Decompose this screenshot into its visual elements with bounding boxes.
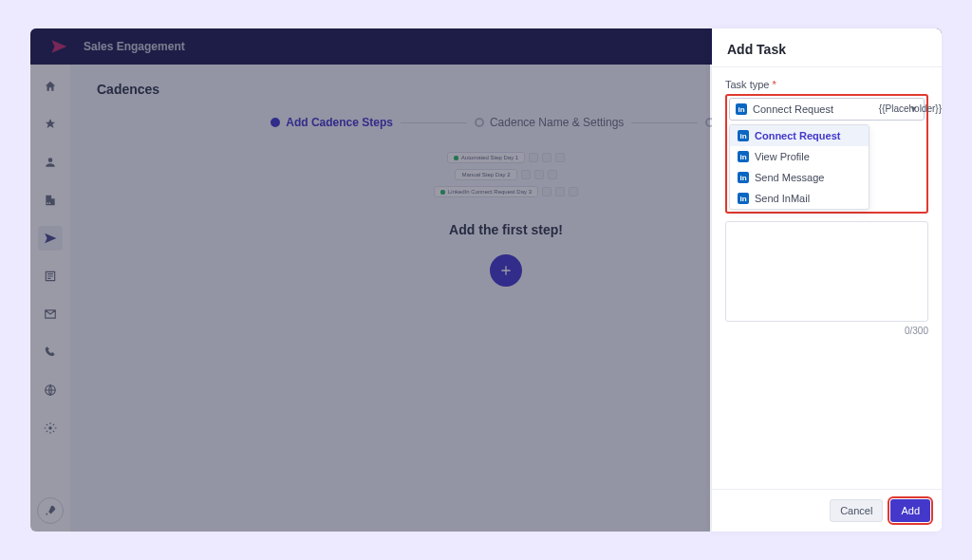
drawer-body: Task type * in Connect Request ▼ in Conn… <box>712 67 942 489</box>
step-label: Add Cadence Steps <box>286 116 393 129</box>
stepper-step-2[interactable]: Cadence Name & Settings <box>475 116 624 129</box>
linkedin-icon: in <box>738 130 749 141</box>
task-type-label: Task type * <box>725 79 928 90</box>
stepper-line <box>631 122 698 123</box>
nav-leads-icon[interactable] <box>38 112 63 137</box>
nav-tasks-icon[interactable] <box>38 264 63 289</box>
stepper-step-1[interactable]: Add Cadence Steps <box>271 116 393 129</box>
placeholder-token[interactable]: {{Placeholder}} <box>879 103 942 114</box>
svg-point-1 <box>48 426 52 430</box>
nav-company-icon[interactable] <box>38 188 63 213</box>
linkedin-icon: in <box>738 172 749 183</box>
sidebar <box>30 65 70 532</box>
task-type-dropdown: in Connect Request in View Profile in Se… <box>729 124 869 210</box>
preview-row: Automated Step Day 1 <box>447 152 565 163</box>
stepper-line <box>401 122 467 123</box>
preview-row: LinkedIn Connect Request Day 3 <box>434 186 578 197</box>
add-task-drawer: Add Task Task type * in Connect Request … <box>712 28 942 532</box>
option-send-inmail[interactable]: in Send InMail <box>730 188 869 209</box>
message-textarea[interactable] <box>725 221 928 322</box>
char-counter: 0/300 <box>725 326 928 336</box>
drawer-header: Add Task <box>712 28 942 67</box>
select-value: Connect Request <box>753 103 833 115</box>
nav-phone-icon[interactable] <box>38 340 63 364</box>
nav-globe-icon[interactable] <box>38 378 63 402</box>
preview-row: Manual Step Day 2 <box>455 169 556 180</box>
topbar-module-title: Sales Engagement <box>84 40 185 53</box>
nav-settings-icon[interactable] <box>38 416 63 440</box>
option-connect-request[interactable]: in Connect Request <box>730 125 869 146</box>
step-indicator-icon <box>475 118 484 127</box>
nav-engagement-icon[interactable] <box>38 226 63 251</box>
app-logo <box>40 38 78 55</box>
option-view-profile[interactable]: in View Profile <box>730 146 869 167</box>
cancel-button[interactable]: Cancel <box>830 499 883 522</box>
step-indicator-icon <box>271 118 280 127</box>
linkedin-icon: in <box>738 193 749 204</box>
option-send-message[interactable]: in Send Message <box>730 167 869 188</box>
nav-contact-icon[interactable] <box>38 150 63 175</box>
help-rocket-icon[interactable] <box>37 497 64 524</box>
add-step-button[interactable] <box>490 254 522 287</box>
drawer-title: Add Task <box>727 42 926 57</box>
linkedin-icon: in <box>736 103 747 115</box>
step-label: Cadence Name & Settings <box>490 116 624 129</box>
add-button[interactable]: Add <box>890 499 930 522</box>
nav-home-icon[interactable] <box>38 74 63 99</box>
linkedin-icon: in <box>738 151 749 162</box>
drawer-footer: Cancel Add <box>712 489 942 532</box>
nav-email-icon[interactable] <box>38 302 63 327</box>
